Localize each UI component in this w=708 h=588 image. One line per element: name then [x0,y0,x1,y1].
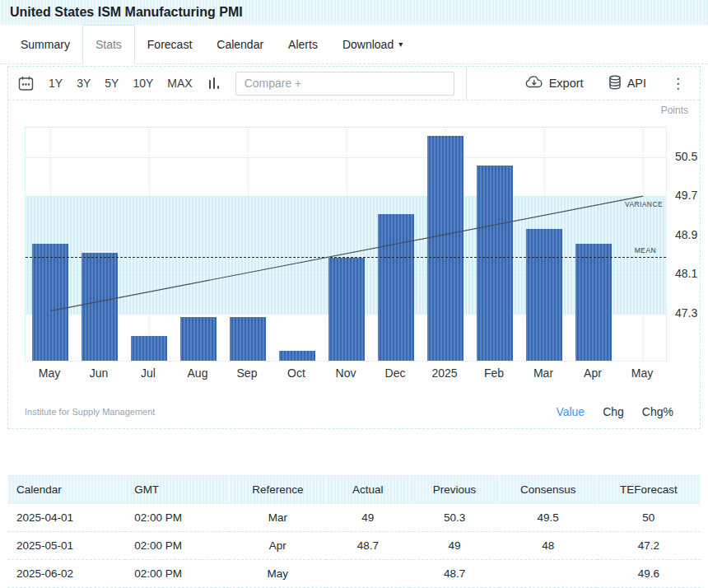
tab-label: Stats [95,38,122,51]
cell-teforecast: 50 [597,504,701,532]
cell-gmt: 02:00 PM [125,532,229,560]
calendar-table: CalendarGMTReferenceActualPreviousConsen… [7,475,701,588]
cell-previous: 49 [409,532,499,560]
pmi-bar-dec[interactable] [378,214,414,361]
pmi-bar-jul[interactable] [131,336,167,361]
x-label-jul: Jul [123,366,173,380]
col-header-calendar: Calendar [7,476,125,504]
api-button[interactable]: API [608,75,646,92]
tab-alerts[interactable]: Alerts [276,25,330,63]
mean-line [26,257,666,258]
tab-summary[interactable]: Summary [8,25,82,63]
cell-actual [326,560,409,588]
mean-label: MEAN [635,246,656,254]
cell-calendar: 2025-05-01 [7,532,125,560]
cell-actual: 48.7 [326,532,409,560]
api-label: API [627,77,646,90]
tab-stats[interactable]: Stats [82,25,135,64]
legend-chgpct[interactable]: Chg% [642,405,673,418]
col-header-teforecast: TEForecast [597,476,701,504]
pmi-bar-may[interactable] [32,244,68,362]
plot-area: MEANVARIANCE [25,127,667,362]
y-tick-47.3: 47.3 [675,306,697,320]
col-header-gmt: GMT [125,476,229,504]
x-label-aug: Aug [173,366,222,380]
tab-label: Forecast [147,38,192,51]
x-label-feb: Feb [469,366,519,380]
table-header-row: CalendarGMTReferenceActualPreviousConsen… [7,476,701,504]
calendar-icon[interactable] [18,76,34,91]
tab-label: Alerts [288,38,318,51]
cloud-export-icon [525,76,543,91]
pmi-bar-oct[interactable] [279,351,315,361]
pmi-bar-sep[interactable] [230,317,266,361]
legend: ValueChgChg% [556,405,673,418]
pmi-bar-feb[interactable] [477,166,513,362]
tab-label: Download [342,38,394,51]
cell-calendar: 2025-06-02 [7,560,125,588]
cell-gmt: 02:00 PM [125,504,229,532]
range-5y[interactable]: 5Y [105,77,119,90]
cell-consensus: 48 [500,532,597,560]
table-row-1: 2025-05-0102:00 PMApr48.7494847.2 [7,532,701,560]
cell-calendar: 2025-04-01 [7,504,125,532]
bar-chart-type-icon[interactable] [207,77,221,91]
table-body: 2025-04-0102:00 PMMar4950.349.5502025-05… [7,504,701,588]
tab-calendar[interactable]: Calendar [204,25,276,63]
cell-teforecast: 47.2 [597,532,701,560]
chart-card: 1Y3Y5Y10YMAX Export [7,66,701,429]
pmi-bar-jun[interactable] [82,253,118,361]
compare-input[interactable] [235,72,454,96]
range-max[interactable]: MAX [167,77,192,90]
cell-consensus [500,560,597,588]
y-tick-50.5: 50.5 [675,150,697,163]
toolbar-left-group: 1Y3Y5Y10YMAX [8,67,467,100]
h-gridline [26,157,666,158]
x-label-nov: Nov [321,366,370,380]
range-selector: 1Y3Y5Y10YMAX [49,77,193,90]
range-3y[interactable]: 3Y [77,77,91,90]
tab-bar: SummaryStatsForecastCalendarAlertsDownlo… [0,25,708,64]
y-tick-48.1: 48.1 [675,267,697,280]
chevron-down-icon: ▾ [398,40,403,49]
page-title: United States ISM Manufacturing PMI [0,0,708,25]
legend-value[interactable]: Value [556,405,585,418]
toolbar-right-group: Export API ⋮ [525,75,700,92]
x-label-may: May [25,366,74,380]
cell-consensus: 49.5 [500,504,597,532]
cell-reference: May [229,560,326,588]
x-label-jun: Jun [74,366,123,380]
tab-download[interactable]: Download▾ [330,25,415,63]
cell-reference: Apr [229,532,326,560]
x-label-2025: 2025 [420,366,469,380]
cell-gmt: 02:00 PM [125,560,229,588]
chart-toolbar: 1Y3Y5Y10YMAX Export [8,67,700,100]
table-row-2: 2025-06-0202:00 PMMay48.749.6 [7,560,701,588]
legend-chg[interactable]: Chg [603,405,624,418]
pmi-bar-apr[interactable] [575,244,612,362]
tab-label: Summary [21,38,70,51]
tab-forecast[interactable]: Forecast [135,25,204,63]
pmi-bar-nov[interactable] [328,258,365,361]
export-button[interactable]: Export [525,76,584,91]
x-label-sep: Sep [222,366,272,380]
pmi-bar-2025[interactable] [427,136,463,361]
col-header-previous: Previous [409,476,499,504]
source-label: Institute for Supply Management [25,407,155,417]
y-tick-49.7: 49.7 [675,189,697,202]
chart-area: Points MEANVARIANCE 50.549.748.948.147.3… [8,100,700,428]
cell-teforecast: 49.6 [597,560,701,588]
range-10y[interactable]: 10Y [133,77,153,90]
col-header-actual: Actual [326,476,409,504]
x-label-may: May [617,366,667,380]
x-label-dec: Dec [370,366,420,380]
y-tick-48.9: 48.9 [675,228,697,241]
range-1y[interactable]: 1Y [49,77,63,90]
chart-footer: Institute for Supply Management ValueChg… [8,405,700,418]
pmi-bar-mar[interactable] [526,229,562,361]
pmi-bar-aug[interactable] [180,317,217,361]
export-label: Export [549,77,584,90]
col-header-consensus: Consensus [500,476,597,504]
variance-label: VARIANCE [625,200,663,208]
kebab-menu-icon[interactable]: ⋮ [671,77,685,91]
